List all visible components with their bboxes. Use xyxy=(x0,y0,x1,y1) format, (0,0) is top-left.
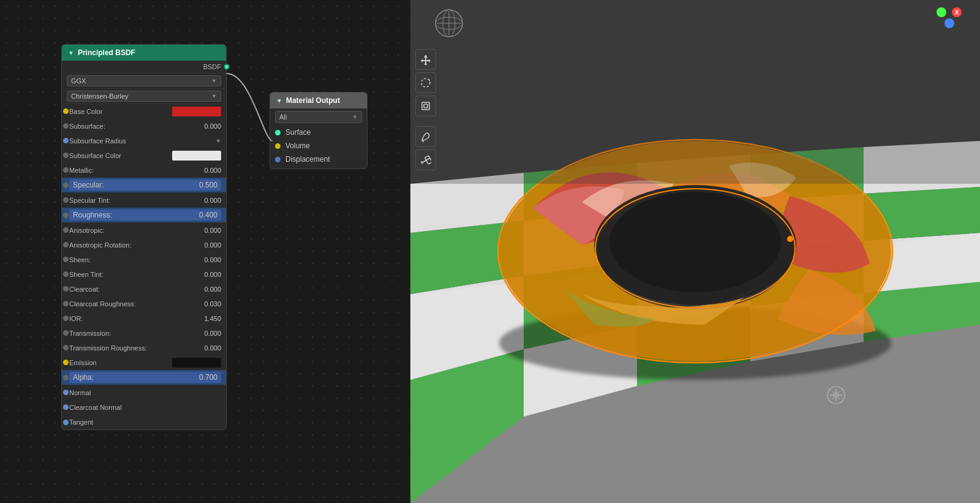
label-subsurface-color: Subsurface Color xyxy=(69,152,172,159)
label-surface: Surface xyxy=(285,128,311,137)
val-specular-tint: 0.000 xyxy=(190,197,221,204)
material-output-header[interactable]: ▼ Material Output xyxy=(270,93,367,108)
scale-tool-btn[interactable] xyxy=(415,96,436,116)
prop-base-color: Base Color xyxy=(62,104,226,119)
x-axis-label: X xyxy=(955,9,959,16)
prop-emission: Emission xyxy=(62,355,226,370)
annotate-tool-btn[interactable] xyxy=(415,126,436,147)
svg-point-33 xyxy=(787,236,793,242)
subsurface-radius-arrow: ▼ xyxy=(216,138,221,144)
swatch-emission[interactable] xyxy=(172,358,221,368)
viewport: X xyxy=(410,0,980,503)
svg-point-30 xyxy=(609,192,781,292)
bsdf-node-title: Principled BSDF xyxy=(78,48,135,57)
socket-emission xyxy=(63,360,69,365)
prop-anisotropic-rotation: Anisotropic Rotation: 0.000 xyxy=(62,238,226,252)
socket-volume-input[interactable] xyxy=(275,143,281,149)
transform-gizmo xyxy=(827,387,845,404)
slider-roughness[interactable]: Roughness: 0.400 xyxy=(69,210,221,221)
bsdf-node-header[interactable]: ▼ Principled BSDF xyxy=(62,45,226,61)
prop-tangent: Tangent xyxy=(62,415,226,429)
scene-viewport xyxy=(410,0,980,503)
slider-specular[interactable]: Specular: 0.500 xyxy=(69,180,221,191)
label-anisotropic: Anisotropic: xyxy=(69,227,190,234)
prop-anisotropic: Anisotropic: 0.000 xyxy=(62,223,226,238)
viewport-toolbar xyxy=(415,5,436,170)
val-anisotropic-rotation: 0.000 xyxy=(190,241,221,249)
socket-subsurface-color xyxy=(63,153,69,158)
prop-alpha: Alpha: 0.700 xyxy=(62,370,226,385)
measure-tool-btn[interactable] xyxy=(415,149,436,170)
prop-transmission-roughness: Transmission Roughness: 0.000 xyxy=(62,341,226,355)
material-dropdown-value: All xyxy=(279,113,287,121)
label-subsurface: Subsurface: xyxy=(69,123,190,130)
prop-clearcoat: Clearcoat: 0.000 xyxy=(62,282,226,297)
prop-ior: IOR: 1.450 xyxy=(62,311,226,326)
material-output-title: Material Output xyxy=(286,96,340,105)
socket-metallic xyxy=(63,167,69,173)
rotate-tool-btn[interactable] xyxy=(415,72,436,93)
z-axis-indicator xyxy=(944,18,954,28)
socket-roughness xyxy=(63,213,69,218)
label-clearcoat: Clearcoat: xyxy=(69,286,190,293)
ggx-dropdown[interactable]: GGX ▼ xyxy=(67,75,221,86)
val-clearcoat-roughness: 0.030 xyxy=(190,300,221,308)
prop-specular-tint: Specular Tint: 0.000 xyxy=(62,193,226,208)
christensen-arrow: ▼ xyxy=(211,93,217,99)
material-dropdown-arrow: ▼ xyxy=(352,114,358,120)
x-axis-indicator: X xyxy=(952,7,962,17)
label-transmission-roughness: Transmission Roughness: xyxy=(69,344,190,352)
socket-sheen-tint xyxy=(63,271,69,277)
val-metallic: 0.000 xyxy=(190,167,221,174)
axis-x-dot: X xyxy=(952,7,962,17)
val-alpha: 0.700 xyxy=(199,373,217,382)
prop-transmission: Transmission: 0.000 xyxy=(62,326,226,341)
val-specular: 0.500 xyxy=(199,181,217,189)
bsdf-output-label: BSDF xyxy=(203,63,221,70)
material-output-dropdown[interactable]: All ▼ xyxy=(275,111,362,123)
christensen-dropdown[interactable]: Christensen-Burley ▼ xyxy=(67,91,221,102)
material-output-node: ▼ Material Output All ▼ Surface Volume D… xyxy=(270,92,368,169)
toolbar-separator-1 xyxy=(415,119,436,124)
socket-displacement-input[interactable] xyxy=(275,157,281,162)
output-displacement-row: Displacement xyxy=(270,153,367,168)
val-ior: 1.450 xyxy=(190,315,221,322)
socket-subsurface xyxy=(63,123,69,129)
socket-clearcoat-normal xyxy=(63,404,69,410)
prop-roughness: Roughness: 0.400 xyxy=(62,208,226,223)
label-subsurface-radius: Subsurface Radius xyxy=(69,137,213,145)
swatch-base-color[interactable] xyxy=(172,107,221,116)
socket-base-color xyxy=(63,108,69,114)
socket-alpha xyxy=(63,375,69,380)
output-surface-row: Surface xyxy=(270,126,367,139)
label-roughness: Roughness: xyxy=(73,211,112,219)
socket-sheen xyxy=(63,257,69,262)
socket-anisotropic xyxy=(63,227,69,233)
slider-alpha[interactable]: Alpha: 0.700 xyxy=(69,372,221,383)
label-emission: Emission xyxy=(69,359,172,366)
prop-metallic: Metallic: 0.000 xyxy=(62,163,226,178)
label-volume: Volume xyxy=(285,142,310,150)
nav-gizmo-widget[interactable] xyxy=(434,8,464,39)
y-axis-indicator xyxy=(937,7,946,17)
svg-rect-54 xyxy=(424,156,431,164)
val-clearcoat: 0.000 xyxy=(190,286,221,293)
label-sheen-tint: Sheen Tint: xyxy=(69,271,190,278)
val-anisotropic: 0.000 xyxy=(190,227,221,234)
prop-sheen-tint: Sheen Tint: 0.000 xyxy=(62,267,226,282)
svg-point-47 xyxy=(421,78,430,87)
node-editor: ▼ Principled BSDF BSDF GGX ▼ Christensen… xyxy=(0,0,410,503)
prop-clearcoat-roughness: Clearcoat Roughness: 0.030 xyxy=(62,297,226,311)
move-tool-btn[interactable] xyxy=(415,49,436,70)
socket-surface-input[interactable] xyxy=(275,130,281,135)
bsdf-output-socket[interactable] xyxy=(224,64,230,70)
socket-anisotropic-rotation xyxy=(63,242,69,248)
swatch-subsurface-color[interactable] xyxy=(172,151,221,161)
socket-specular xyxy=(63,183,69,188)
socket-clearcoat-roughness xyxy=(63,301,69,306)
label-tangent: Tangent xyxy=(69,418,221,426)
val-sheen: 0.000 xyxy=(190,256,221,263)
socket-transmission xyxy=(63,330,69,336)
label-normal: Normal xyxy=(69,389,221,396)
svg-rect-40 xyxy=(410,0,980,184)
